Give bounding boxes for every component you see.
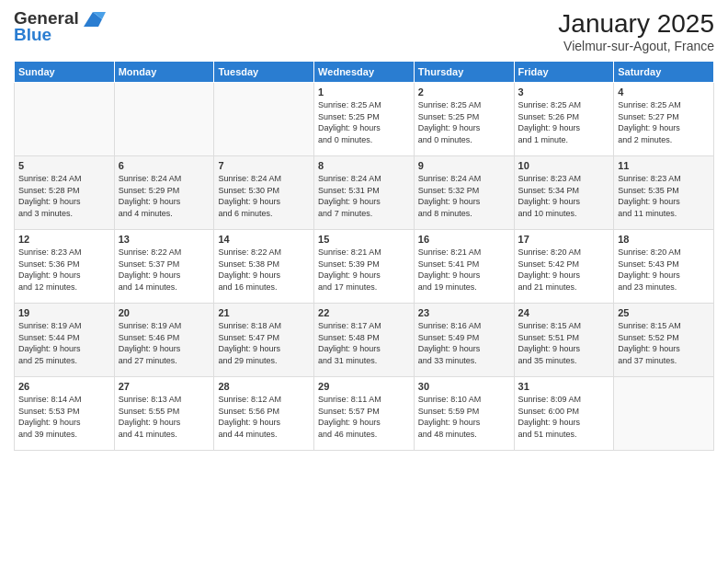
day-number: 1 xyxy=(318,86,410,98)
calendar-table: Sunday Monday Tuesday Wednesday Thursday… xyxy=(14,61,714,451)
day-number: 2 xyxy=(418,86,510,98)
day-info: Sunrise: 8:25 AMSunset: 5:25 PMDaylight:… xyxy=(418,99,510,145)
day-number: 14 xyxy=(218,234,310,245)
day-number: 21 xyxy=(218,307,310,318)
calendar-cell: 29Sunrise: 8:11 AMSunset: 5:57 PMDayligh… xyxy=(314,377,415,451)
calendar-cell: 24Sunrise: 8:15 AMSunset: 5:51 PMDayligh… xyxy=(514,304,614,377)
day-number: 11 xyxy=(618,160,710,171)
day-info: Sunrise: 8:24 AMSunset: 5:29 PMDaylight:… xyxy=(119,173,210,219)
day-number: 12 xyxy=(18,234,110,245)
day-number: 10 xyxy=(518,160,610,171)
calendar-cell: 25Sunrise: 8:15 AMSunset: 5:52 PMDayligh… xyxy=(614,304,714,377)
day-info: Sunrise: 8:19 AMSunset: 5:46 PMDaylight:… xyxy=(119,320,210,366)
day-info: Sunrise: 8:18 AMSunset: 5:47 PMDaylight:… xyxy=(218,320,310,366)
calendar-cell: 22Sunrise: 8:17 AMSunset: 5:48 PMDayligh… xyxy=(314,304,415,377)
day-number: 22 xyxy=(318,307,410,318)
day-number: 23 xyxy=(418,307,510,318)
day-info: Sunrise: 8:24 AMSunset: 5:30 PMDaylight:… xyxy=(218,173,310,219)
calendar-header-row: Sunday Monday Tuesday Wednesday Thursday… xyxy=(15,62,714,83)
day-number: 29 xyxy=(318,381,410,392)
calendar-cell: 18Sunrise: 8:20 AMSunset: 5:43 PMDayligh… xyxy=(614,230,714,304)
day-info: Sunrise: 8:14 AMSunset: 5:53 PMDaylight:… xyxy=(18,394,110,440)
day-info: Sunrise: 8:24 AMSunset: 5:32 PMDaylight:… xyxy=(418,173,510,219)
day-info: Sunrise: 8:19 AMSunset: 5:44 PMDaylight:… xyxy=(18,320,110,366)
day-number: 16 xyxy=(418,234,510,245)
calendar-cell: 27Sunrise: 8:13 AMSunset: 5:55 PMDayligh… xyxy=(114,377,214,451)
day-number: 25 xyxy=(618,307,710,318)
month-title: January 2025 xyxy=(558,9,714,39)
calendar-cell: 30Sunrise: 8:10 AMSunset: 5:59 PMDayligh… xyxy=(414,377,514,451)
day-number: 6 xyxy=(119,160,210,171)
day-info: Sunrise: 8:24 AMSunset: 5:31 PMDaylight:… xyxy=(318,173,410,219)
calendar-cell: 26Sunrise: 8:14 AMSunset: 5:53 PMDayligh… xyxy=(15,377,115,451)
day-info: Sunrise: 8:23 AMSunset: 5:35 PMDaylight:… xyxy=(618,173,710,219)
title-block: January 2025 Vielmur-sur-Agout, France xyxy=(558,9,714,53)
calendar-cell: 3Sunrise: 8:25 AMSunset: 5:26 PMDaylight… xyxy=(514,83,614,156)
calendar-cell: 4Sunrise: 8:25 AMSunset: 5:27 PMDaylight… xyxy=(614,83,714,156)
calendar-cell: 6Sunrise: 8:24 AMSunset: 5:29 PMDaylight… xyxy=(114,156,214,230)
col-thursday: Thursday xyxy=(414,62,514,83)
day-info: Sunrise: 8:16 AMSunset: 5:49 PMDaylight:… xyxy=(418,320,510,366)
day-info: Sunrise: 8:23 AMSunset: 5:34 PMDaylight:… xyxy=(518,173,610,219)
calendar-cell: 10Sunrise: 8:23 AMSunset: 5:34 PMDayligh… xyxy=(514,156,614,230)
day-info: Sunrise: 8:10 AMSunset: 5:59 PMDaylight:… xyxy=(418,394,510,440)
calendar-cell: 11Sunrise: 8:23 AMSunset: 5:35 PMDayligh… xyxy=(614,156,714,230)
day-number: 26 xyxy=(18,381,110,392)
day-info: Sunrise: 8:09 AMSunset: 6:00 PMDaylight:… xyxy=(518,394,610,440)
day-info: Sunrise: 8:25 AMSunset: 5:27 PMDaylight:… xyxy=(618,99,710,145)
day-number: 3 xyxy=(518,86,610,98)
calendar-cell: 21Sunrise: 8:18 AMSunset: 5:47 PMDayligh… xyxy=(214,304,314,377)
day-info: Sunrise: 8:23 AMSunset: 5:36 PMDaylight:… xyxy=(18,247,110,293)
day-info: Sunrise: 8:25 AMSunset: 5:25 PMDaylight:… xyxy=(318,99,410,145)
calendar-cell: 2Sunrise: 8:25 AMSunset: 5:25 PMDaylight… xyxy=(414,83,514,156)
day-number: 28 xyxy=(218,381,310,392)
main-container: General Blue January 2025 Vielmur-sur-Ag… xyxy=(0,0,728,455)
day-info: Sunrise: 8:15 AMSunset: 5:52 PMDaylight:… xyxy=(618,320,710,366)
day-info: Sunrise: 8:21 AMSunset: 5:41 PMDaylight:… xyxy=(418,247,510,293)
day-info: Sunrise: 8:17 AMSunset: 5:48 PMDaylight:… xyxy=(318,320,410,366)
calendar-cell: 8Sunrise: 8:24 AMSunset: 5:31 PMDaylight… xyxy=(314,156,415,230)
day-info: Sunrise: 8:15 AMSunset: 5:51 PMDaylight:… xyxy=(518,320,610,366)
day-info: Sunrise: 8:25 AMSunset: 5:26 PMDaylight:… xyxy=(518,99,610,145)
logo: General Blue xyxy=(14,9,106,45)
header: General Blue January 2025 Vielmur-sur-Ag… xyxy=(14,9,714,53)
day-number: 31 xyxy=(518,381,610,392)
calendar-week-row: 1Sunrise: 8:25 AMSunset: 5:25 PMDaylight… xyxy=(15,83,714,156)
day-info: Sunrise: 8:21 AMSunset: 5:39 PMDaylight:… xyxy=(318,247,410,293)
day-info: Sunrise: 8:22 AMSunset: 5:38 PMDaylight:… xyxy=(218,247,310,293)
day-number: 17 xyxy=(518,234,610,245)
day-number: 13 xyxy=(119,234,210,245)
day-number: 4 xyxy=(618,86,710,98)
day-number: 15 xyxy=(318,234,410,245)
calendar-cell xyxy=(214,83,314,156)
calendar-week-row: 26Sunrise: 8:14 AMSunset: 5:53 PMDayligh… xyxy=(15,377,714,451)
calendar-cell: 28Sunrise: 8:12 AMSunset: 5:56 PMDayligh… xyxy=(214,377,314,451)
day-number: 30 xyxy=(418,381,510,392)
calendar-cell: 31Sunrise: 8:09 AMSunset: 6:00 PMDayligh… xyxy=(514,377,614,451)
day-info: Sunrise: 8:12 AMSunset: 5:56 PMDaylight:… xyxy=(218,394,310,440)
day-number: 7 xyxy=(218,160,310,171)
calendar-cell: 7Sunrise: 8:24 AMSunset: 5:30 PMDaylight… xyxy=(214,156,314,230)
calendar-cell: 19Sunrise: 8:19 AMSunset: 5:44 PMDayligh… xyxy=(15,304,115,377)
col-sunday: Sunday xyxy=(15,62,115,83)
calendar-cell: 14Sunrise: 8:22 AMSunset: 5:38 PMDayligh… xyxy=(214,230,314,304)
calendar-cell: 1Sunrise: 8:25 AMSunset: 5:25 PMDaylight… xyxy=(314,83,415,156)
day-info: Sunrise: 8:24 AMSunset: 5:28 PMDaylight:… xyxy=(18,173,110,219)
day-info: Sunrise: 8:11 AMSunset: 5:57 PMDaylight:… xyxy=(318,394,410,440)
day-number: 24 xyxy=(518,307,610,318)
calendar-cell xyxy=(15,83,115,156)
col-tuesday: Tuesday xyxy=(214,62,314,83)
col-friday: Friday xyxy=(514,62,614,83)
day-number: 8 xyxy=(318,160,410,171)
day-number: 27 xyxy=(119,381,210,392)
calendar-cell: 15Sunrise: 8:21 AMSunset: 5:39 PMDayligh… xyxy=(314,230,415,304)
day-info: Sunrise: 8:22 AMSunset: 5:37 PMDaylight:… xyxy=(119,247,210,293)
logo-icon xyxy=(80,10,106,29)
calendar-week-row: 5Sunrise: 8:24 AMSunset: 5:28 PMDaylight… xyxy=(15,156,714,230)
calendar-cell: 5Sunrise: 8:24 AMSunset: 5:28 PMDaylight… xyxy=(15,156,115,230)
day-info: Sunrise: 8:20 AMSunset: 5:43 PMDaylight:… xyxy=(618,247,710,293)
col-monday: Monday xyxy=(114,62,214,83)
location: Vielmur-sur-Agout, France xyxy=(558,39,714,53)
day-info: Sunrise: 8:20 AMSunset: 5:42 PMDaylight:… xyxy=(518,247,610,293)
calendar-week-row: 19Sunrise: 8:19 AMSunset: 5:44 PMDayligh… xyxy=(15,304,714,377)
